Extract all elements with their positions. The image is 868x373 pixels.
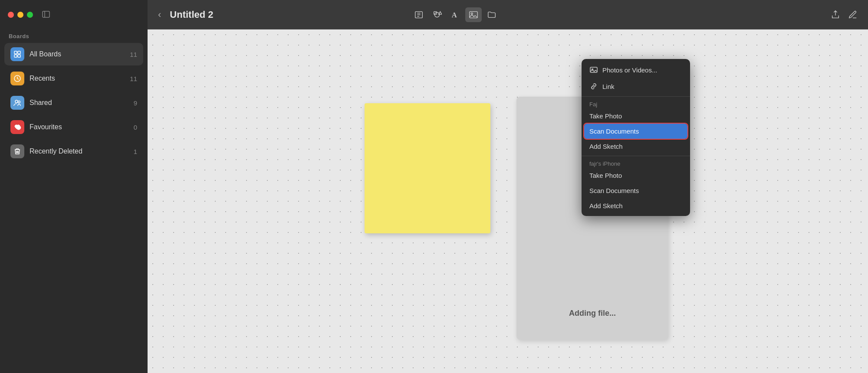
recents-label: Recents [30,75,130,82]
edit-button[interactable] [845,7,861,22]
sticky-note [365,103,490,233]
svg-point-21 [471,13,473,14]
toolbar-actions: A [411,7,500,22]
separator-2 [582,156,690,156]
sidebar-item-all-boards[interactable]: All Boards 11 [4,43,143,65]
svg-rect-2 [14,51,17,54]
svg-rect-4 [14,55,17,57]
toolbar-right [697,7,861,22]
canvas-area[interactable]: Adding file... Photos or Videos... [148,29,868,373]
add-sketch-iphone-item[interactable]: Add Sketch [582,198,690,213]
minimize-button[interactable] [17,12,23,18]
svg-rect-0 [43,11,49,17]
take-photo-iphone-item[interactable]: Take Photo [582,168,690,183]
link-item[interactable]: Link [582,78,690,95]
favourites-label: Favourites [30,123,134,131]
shapes-tool-button[interactable] [429,7,445,22]
faj-section-label: Faj [582,98,690,108]
shared-label: Shared [30,99,134,107]
text-format-button[interactable]: A [447,7,464,22]
svg-marker-18 [438,11,441,14]
file-card-label: Adding file... [569,309,616,318]
insert-media-button[interactable] [465,7,482,22]
sidebar-item-shared[interactable]: Shared 9 [4,92,143,114]
recents-icon [10,72,24,85]
recently-deleted-label: Recently Deleted [30,147,134,155]
back-button[interactable]: ‹ [155,8,164,21]
add-sketch-iphone-label: Add Sketch [589,202,623,209]
sidebar: Boards All Boards 11 Recents 11 [0,0,148,373]
scan-documents-iphone-item[interactable]: Scan Documents [582,183,690,198]
scan-documents-faj-item[interactable]: Scan Documents [584,124,687,139]
main-content: ‹ Untitled 2 [148,0,868,373]
favourites-icon [10,120,24,134]
sidebar-section-label: Boards [0,29,148,42]
favourites-count: 0 [134,124,137,131]
insert-media-dropdown: Photos or Videos... Link Faj Take Photo [582,59,690,216]
svg-rect-22 [590,67,597,72]
all-boards-count: 11 [130,51,137,58]
sidebar-item-recents[interactable]: Recents 11 [4,67,143,90]
shared-icon [10,96,24,110]
maximize-button[interactable] [27,12,33,18]
toolbar: ‹ Untitled 2 [148,0,868,29]
photos-videos-label: Photos or Videos... [602,66,657,74]
separator-1 [582,96,690,97]
folder-button[interactable] [483,7,500,22]
recently-deleted-icon [10,144,24,158]
iphone-section-label: fajr's iPhone [582,158,690,168]
add-sketch-faj-item[interactable]: Add Sketch [582,139,690,154]
svg-rect-5 [18,55,20,57]
sidebar-toggle-button[interactable] [42,10,50,20]
sidebar-item-favourites[interactable]: Favourites 0 [4,116,143,138]
scan-documents-iphone-label: Scan Documents [589,187,639,194]
add-sketch-faj-label: Add Sketch [589,143,623,150]
photos-videos-item[interactable]: Photos or Videos... [582,62,690,78]
link-icon [589,82,598,91]
link-label: Link [602,83,615,90]
take-photo-iphone-label: Take Photo [589,172,622,179]
all-boards-icon [10,47,24,61]
recents-count: 11 [130,75,137,82]
traffic-lights [8,12,33,18]
take-photo-faj-label: Take Photo [589,112,622,120]
share-button[interactable] [827,7,844,22]
svg-point-8 [18,101,20,103]
text-tool-button[interactable] [411,7,427,22]
photos-videos-icon [589,65,598,74]
sidebar-item-recently-deleted[interactable]: Recently Deleted 1 [4,140,143,163]
shared-count: 9 [134,99,137,107]
svg-text:A: A [452,10,457,19]
sidebar-header [0,0,148,29]
recently-deleted-count: 1 [134,148,137,155]
close-button[interactable] [8,12,14,18]
scan-documents-faj-label: Scan Documents [589,128,639,135]
svg-rect-20 [470,11,477,18]
all-boards-label: All Boards [30,50,130,58]
page-title: Untitled 2 [170,9,213,20]
svg-point-7 [15,100,18,103]
svg-point-16 [434,12,439,17]
take-photo-faj-item[interactable]: Take Photo [582,108,690,124]
svg-rect-3 [18,51,20,54]
